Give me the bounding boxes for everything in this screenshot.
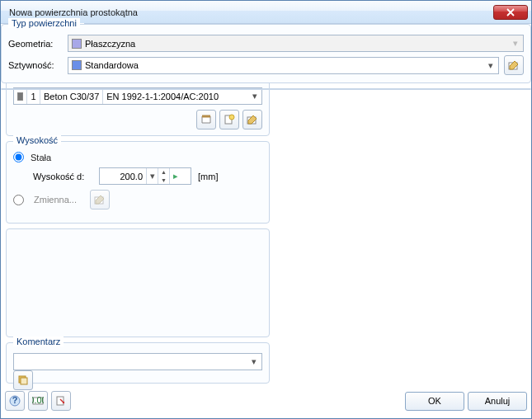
height-var-radio[interactable] [13, 195, 24, 205]
surface-type-label: Typ powierzchni [8, 18, 80, 28]
titlebar: Nowa powierzchnia prostokątna [1, 1, 531, 24]
stiffness-value: Standardowa [85, 60, 139, 70]
height-var-label: Zmienna... [34, 195, 77, 205]
stiffness-swatch-icon [72, 60, 82, 70]
comment-label: Komentarz [13, 337, 64, 346]
height-d-unit: [mm] [198, 172, 218, 181]
height-const-radio[interactable] [13, 152, 24, 162]
comment-combo[interactable]: ▾ [13, 353, 262, 370]
chevron-down-icon[interactable]: ▾ [248, 354, 260, 370]
spin-down-icon[interactable]: ▼ [158, 177, 169, 185]
geometry-value: Płaszczyzna [85, 39, 135, 49]
units-button[interactable]: 0.00 [28, 391, 48, 411]
chevron-down-icon[interactable]: ▾ [146, 168, 158, 184]
height-d-input[interactable] [100, 168, 146, 184]
svg-point-20 [63, 402, 64, 403]
spin-up-icon[interactable]: ▲ [158, 168, 169, 177]
blank-panel-mid [6, 228, 270, 337]
material-new-button[interactable] [219, 110, 239, 129]
options-button[interactable] [51, 391, 71, 411]
material-standard: EN 1992-1-1:2004/AC:2010 [103, 88, 248, 104]
preview-panel: Grubość powierzchni 'Stała' [1, 88, 531, 90]
height-label: Wysokość [13, 135, 61, 145]
stiffness-edit-button[interactable] [504, 55, 524, 75]
chevron-down-icon[interactable]: ▾ [510, 35, 521, 51]
window-title: Nowa powierzchnia prostokątna [9, 7, 138, 17]
help-button[interactable]: ? [5, 391, 25, 411]
svg-text:0.00: 0.00 [32, 395, 44, 405]
svg-rect-5 [21, 378, 27, 384]
material-library-button[interactable] [196, 110, 216, 129]
ok-button[interactable]: OK [405, 392, 464, 411]
chevron-down-icon[interactable]: ▾ [248, 91, 261, 101]
material-index: 1 [27, 88, 40, 104]
geometry-label: Geometria: [8, 39, 63, 49]
height-var-edit-button[interactable] [90, 190, 110, 210]
chevron-down-icon[interactable]: ▾ [485, 58, 497, 73]
geometry-combo[interactable]: Płaszczyzna ▾ [68, 35, 524, 52]
material-edit-button[interactable] [242, 110, 262, 129]
comment-value [17, 357, 248, 366]
height-const-label: Stała [31, 153, 51, 162]
height-d-label: Wysokość d: [33, 172, 92, 181]
cancel-button[interactable]: Anuluj [468, 392, 527, 411]
svg-text:?: ? [12, 395, 18, 405]
geometry-swatch-icon [72, 39, 82, 49]
material-combo[interactable]: 1 Beton C30/37 EN 1992-1-1:2004/AC:2010 … [13, 87, 262, 105]
svg-point-1 [229, 115, 234, 120]
material-swatch-icon [17, 92, 23, 101]
stiffness-label: Sztywność: [8, 60, 63, 70]
arrow-right-icon[interactable]: ▸ [169, 168, 181, 184]
height-d-spinner[interactable]: ▾ ▲ ▼ ▸ [99, 167, 191, 185]
comment-pick-button[interactable] [13, 370, 33, 390]
close-button[interactable] [493, 5, 528, 20]
stiffness-combo[interactable]: Standardowa ▾ [68, 57, 499, 74]
material-name: Beton C30/37 [40, 88, 103, 104]
